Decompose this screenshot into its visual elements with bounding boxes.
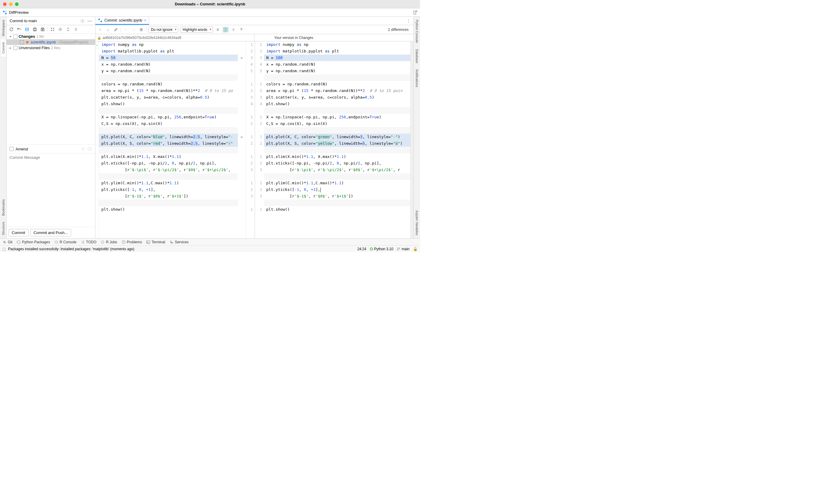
status-hide-icon[interactable]: ▢ <box>2 247 6 251</box>
apply-change-icon[interactable]: » <box>238 55 246 61</box>
bottom-todo[interactable]: TODO <box>81 240 96 244</box>
code-line[interactable]: plt.show() <box>99 206 238 213</box>
shelve-icon[interactable] <box>32 26 38 32</box>
sync-scroll-icon[interactable] <box>223 27 228 33</box>
code-line[interactable] <box>264 127 411 133</box>
tab-commit[interactable]: Commit <box>1 39 6 57</box>
close-tab-icon[interactable]: × <box>144 18 147 23</box>
diff-settings-icon[interactable] <box>230 27 236 33</box>
list-icon[interactable] <box>138 27 144 33</box>
highlight-select[interactable]: Highlight words <box>180 27 213 33</box>
chevron-down-icon[interactable]: ▾ <box>8 35 12 38</box>
code-line[interactable]: plt.yticks([-1, 0, +1], <box>99 186 238 193</box>
code-line[interactable]: X = np.linspace(-np.pi, np.pi, 256,endpo… <box>99 114 238 121</box>
code-line[interactable]: plt.plot(X, S, color="red", linewidth=2.… <box>99 140 238 147</box>
code-line[interactable]: colors = np.random.rand(N) <box>99 81 238 88</box>
tab-database[interactable]: Database <box>415 46 419 66</box>
code-line[interactable]: plt.yticks([-1, 0, +1], <box>264 186 411 193</box>
code-line[interactable]: plt.plot(X, C, color="green", linewidth=… <box>264 133 411 140</box>
commit-button[interactable]: Commit <box>8 229 29 236</box>
code-line[interactable]: plt.plot(X, S, color="yellow", linewidth… <box>264 140 411 147</box>
code-line[interactable]: plt.show() <box>99 101 238 107</box>
tab-bookmarks[interactable]: Bookmarks <box>1 196 6 219</box>
code-line[interactable]: [r'$-\pi$', r'$-\pi/2$', r'$0$', r'$+\pi… <box>99 167 238 173</box>
tab-python-console[interactable]: Python Console <box>415 17 419 46</box>
group-icon[interactable] <box>50 26 55 32</box>
code-line[interactable]: C,S = np.cos(X), np.sin(X) <box>264 121 411 127</box>
close-window-icon[interactable] <box>3 2 6 6</box>
back-icon[interactable]: ← <box>123 27 129 33</box>
hide-panel-icon[interactable]: — <box>87 18 92 24</box>
cursor-position[interactable]: 24:24 <box>357 247 366 251</box>
expand-all-icon[interactable] <box>65 26 71 32</box>
code-line[interactable] <box>99 147 238 154</box>
diff-body[interactable]: ✓ import numpy as npimport matplotlib.py… <box>96 41 413 238</box>
bottom-services[interactable]: Services <box>170 240 189 244</box>
code-line[interactable]: plt.ylim(C.min()*1.1,C.max()*1.1) <box>264 180 411 186</box>
editor-tab-commit[interactable]: Commit: scientific.ipynb × <box>96 17 149 25</box>
code-line[interactable] <box>264 147 411 154</box>
code-line[interactable]: x = np.random.rand(N) <box>264 61 411 68</box>
code-line[interactable] <box>264 107 411 114</box>
lock-status-icon[interactable]: 🔓 <box>413 247 417 251</box>
code-line[interactable]: plt.scatter(x, y, s=area, c=colors, alph… <box>99 94 238 101</box>
code-line[interactable] <box>99 107 238 114</box>
code-line[interactable]: plt.show() <box>264 206 411 213</box>
code-line[interactable]: plt.ylim(C.min()*1.1,C.max()*1.1) <box>99 180 238 186</box>
view-options-icon[interactable] <box>57 26 63 32</box>
tab-workspace[interactable]: Workspace <box>1 17 6 39</box>
gear-icon[interactable] <box>80 19 85 23</box>
amend-checkbox[interactable] <box>10 147 14 151</box>
diffpreview-label[interactable]: DiffPreview <box>2 10 29 15</box>
tab-notifications[interactable]: Notifications <box>415 66 419 90</box>
bottom-r-console[interactable]: R Console <box>54 240 76 244</box>
code-line[interactable]: N = 100 <box>264 55 411 61</box>
scrollbar[interactable] <box>410 41 413 238</box>
apply-change-icon[interactable]: » <box>238 133 246 140</box>
code-line[interactable] <box>99 74 238 81</box>
code-line[interactable]: [r'$-\pi$', r'$-\pi/2$', r'$0$', r'$+\pi… <box>264 167 411 173</box>
changes-tree[interactable]: ▾ Changes 1 file scientific.ipynb ~/Data… <box>6 34 95 144</box>
code-line[interactable]: import numpy as np <box>264 41 411 48</box>
code-line[interactable]: x = np.random.rand(N) <box>99 61 238 68</box>
gear-icon[interactable] <box>81 146 86 151</box>
zoom-window-icon[interactable] <box>15 2 19 6</box>
code-line[interactable]: [r'$-1$', r'$0$', r'$+1$']) <box>99 193 238 200</box>
branch-selector[interactable]: main <box>397 247 410 251</box>
code-line[interactable]: import matplotlib.pyplot as plt <box>264 48 411 55</box>
collapse-all-icon[interactable] <box>73 26 79 32</box>
bottom-python-packages[interactable]: Python Packages <box>17 240 50 244</box>
next-diff-icon[interactable]: ↓ <box>105 27 111 33</box>
code-line[interactable]: plt.xlim(X.min()*1.1, X.max()*1.1) <box>264 154 411 160</box>
bottom-problems[interactable]: Problems <box>121 240 142 244</box>
code-line[interactable]: plt.xticks([-np.pi, -np.pi/2, 0, np.pi/2… <box>99 160 238 167</box>
code-line[interactable] <box>264 173 411 180</box>
code-line[interactable]: X = np.linspace(-np.pi, np.pi, 256,endpo… <box>264 114 411 121</box>
code-line[interactable]: plt.scatter(x, y, s=area, c=colors, alph… <box>264 94 411 101</box>
code-line[interactable]: colors = np.random.rand(N) <box>264 81 411 88</box>
commit-message-input[interactable] <box>10 155 92 224</box>
changed-file-row[interactable]: scientific.ipynb ~/DataspellProjects <box>6 39 95 45</box>
refresh-icon[interactable] <box>8 26 14 32</box>
code-line[interactable]: import numpy as np <box>99 41 238 48</box>
code-line[interactable]: plt.xticks([-np.pi, -np.pi/2, 0, np.pi/2… <box>264 160 411 167</box>
tab-jupyter-variables[interactable]: Jupyter Variables <box>415 207 419 238</box>
bottom-git[interactable]: Git <box>2 240 12 244</box>
code-line[interactable]: [r'$-1$', r'$0$', r'$+1$']) <box>264 193 411 200</box>
code-line[interactable]: y = np.random.rand(N) <box>264 68 411 74</box>
code-line[interactable]: plt.show() <box>264 101 411 107</box>
code-line[interactable] <box>264 200 411 206</box>
edit-icon[interactable] <box>113 27 119 33</box>
interpreter-selector[interactable]: Python 3.10 <box>370 247 393 251</box>
code-line[interactable]: plt.xlim(X.min()*1.1, X.max()*1.1) <box>99 154 238 160</box>
diff-icon[interactable] <box>24 26 30 32</box>
tab-structure[interactable]: Structure <box>1 219 6 238</box>
checkbox[interactable] <box>20 40 24 44</box>
code-line[interactable] <box>99 200 238 206</box>
minimize-window-icon[interactable] <box>9 2 13 6</box>
code-line[interactable]: area = np.pi * (15 * np.random.rand(N))*… <box>264 88 411 94</box>
checkbox[interactable] <box>13 34 17 39</box>
code-line[interactable] <box>99 127 238 133</box>
commit-push-button[interactable]: Commit and Push... <box>30 229 71 236</box>
code-line[interactable]: area = np.pi * (15 * np.random.rand(N))*… <box>99 88 238 94</box>
